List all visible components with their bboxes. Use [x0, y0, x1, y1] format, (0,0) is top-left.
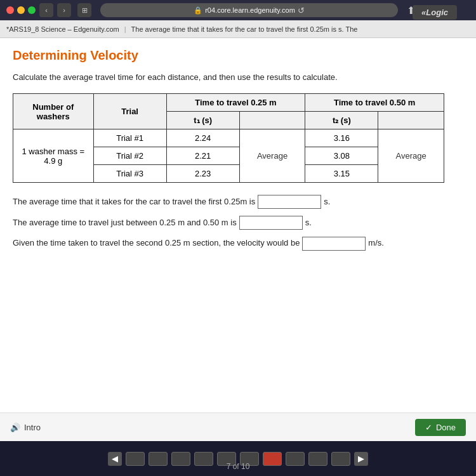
page-title: Determining Velocity [13, 48, 463, 63]
col-t1-header: Time to travel 0.25 m [166, 94, 305, 112]
taskbar-item-7[interactable] [263, 452, 282, 466]
col-t1-avg-header [239, 112, 305, 129]
trial-3-label: Trial #3 [93, 165, 166, 183]
taskbar-item-1[interactable] [126, 452, 145, 466]
checkmark-icon: ✓ [425, 423, 432, 432]
forward-nav-button[interactable]: › [57, 3, 71, 17]
q2-suffix: s. [305, 214, 312, 232]
minimize-button[interactable] [17, 6, 25, 14]
intro-button[interactable]: 🔊 Intro [10, 423, 41, 432]
q1-input[interactable] [258, 195, 321, 209]
tab1-label: *ARS19_8 Science – Edgenuity.com [6, 25, 119, 33]
trial-1-t2: 3.16 [305, 129, 378, 147]
maximize-button[interactable] [28, 6, 36, 14]
taskbar: ◀ ▶ 7 of 10 [0, 441, 476, 476]
tab1[interactable]: *ARS19_8 Science – Edgenuity.com [6, 25, 119, 33]
trial-2-label: Trial #2 [93, 147, 166, 165]
content-area: Determining Velocity Calculate the avera… [0, 38, 476, 441]
q2-input[interactable] [239, 216, 303, 230]
taskbar-next-button[interactable]: ▶ [354, 452, 368, 466]
taskbar-item-4[interactable] [194, 452, 213, 466]
q2-prefix: The average time to travel just between … [13, 214, 237, 232]
page-indicator: 7 of 10 [227, 462, 250, 471]
mac-top-bar: ‹ › ⊞ 🔒 r04.core.learn.edgenuity.com ↺ ⬆ [0, 0, 476, 20]
trial-3-t1: 2.23 [166, 165, 239, 183]
browser-tabs-bar: *ARS19_8 Science – Edgenuity.com | The a… [0, 20, 476, 38]
url-text: r04.core.learn.edgenuity.com [205, 6, 295, 14]
data-table: Number of washers Trial Time to travel 0… [13, 93, 444, 183]
tab-view-button[interactable]: ⊞ [77, 3, 91, 17]
instruction-text: Calculate the average travel time for ea… [13, 72, 463, 83]
col-washers-header: Number of washers [13, 94, 94, 129]
washer-info: 1 washer mass = 4.9 g [13, 129, 94, 183]
q1-prefix: The average time that it takes for the c… [13, 193, 255, 211]
q3-input[interactable] [302, 237, 366, 251]
question-1: The average time that it takes for the c… [13, 193, 463, 211]
col-t2-header: Time to travel 0.50 m [305, 94, 444, 112]
trial-1-label: Trial #1 [93, 129, 166, 147]
col-t2-sub: t₂ (s) [305, 112, 378, 129]
trial-3-t2: 3.15 [305, 165, 378, 183]
done-button[interactable]: ✓ Done [415, 419, 466, 436]
t2-average-cell: Average [378, 129, 444, 183]
done-label: Done [436, 423, 456, 432]
t1-average-cell: Average [239, 129, 305, 183]
speaker-icon: 🔊 [10, 423, 20, 432]
url-bar[interactable]: 🔒 r04.core.learn.edgenuity.com ↺ [100, 3, 398, 17]
tab2[interactable]: The average time that it takes for the c… [131, 25, 358, 33]
trial-2-t2: 3.08 [305, 147, 378, 165]
lock-icon: 🔒 [194, 6, 202, 15]
refresh-button[interactable]: ↺ [298, 6, 305, 15]
page-content: Determining Velocity Calculate the avera… [0, 38, 476, 265]
bottom-bar: 🔊 Intro ✓ Done [0, 413, 476, 441]
trial-2-t1: 2.21 [166, 147, 239, 165]
close-button[interactable] [6, 6, 14, 14]
q3-prefix: Given the time taken to travel the secon… [13, 234, 300, 253]
taskbar-item-10[interactable] [331, 452, 350, 466]
q1-suffix: s. [324, 193, 330, 211]
taskbar-item-2[interactable] [149, 452, 168, 466]
col-trial-header: Trial [93, 94, 166, 129]
q3-suffix: m/s. [368, 234, 384, 253]
col-t2-avg-header [378, 112, 444, 129]
question-2: The average time to travel just between … [13, 214, 463, 232]
back-nav-button[interactable]: ‹ [39, 3, 53, 17]
question-3: Given the time taken to travel the secon… [13, 234, 463, 253]
traffic-lights [6, 6, 36, 14]
tab2-label: The average time that it takes for the c… [131, 25, 358, 33]
trial-1-t1: 2.24 [166, 129, 239, 147]
taskbar-item-8[interactable] [286, 452, 305, 466]
intro-label: Intro [24, 423, 41, 432]
taskbar-prev-button[interactable]: ◀ [108, 452, 122, 466]
col-t1-sub: t₁ (s) [166, 112, 239, 129]
taskbar-item-9[interactable] [308, 452, 327, 466]
table-row-1: 1 washer mass = 4.9 g Trial #1 2.24 Aver… [13, 129, 444, 147]
answer-section: The average time that it takes for the c… [13, 193, 463, 253]
logic-logo: «Logic [421, 8, 448, 17]
taskbar-item-3[interactable] [171, 452, 190, 466]
